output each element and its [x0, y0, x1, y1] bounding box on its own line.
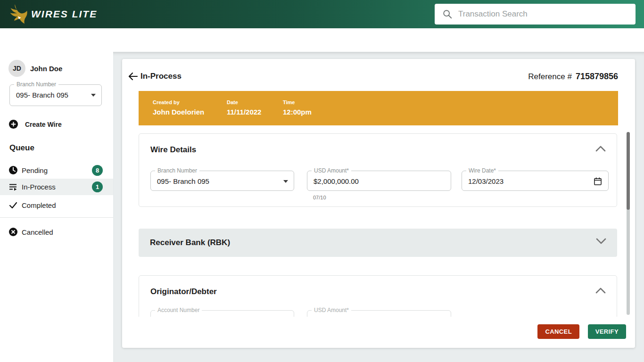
- cancel-button[interactable]: CANCEL: [537, 324, 579, 339]
- user-name: John Doe: [30, 65, 62, 73]
- account-number-label: Account Number: [155, 307, 202, 313]
- date-value: 11/11/2022: [227, 108, 261, 116]
- branch-number-select[interactable]: Branch Number 095- Branch 095: [150, 171, 294, 191]
- originator-section-clip: Originator/Debter Account Number USD Amo…: [139, 275, 617, 317]
- wire-date-field[interactable]: Wire Date* 12/03/2023: [462, 171, 609, 191]
- app-logo: WIRES LITE: [8, 4, 97, 25]
- wire-date-label: Wire Date*: [466, 167, 498, 174]
- sidebar-item-label: In-Process: [22, 183, 56, 191]
- usd-amount-field[interactable]: USD Amount* $2,000,000.00: [307, 171, 451, 191]
- date-label: Date: [227, 99, 238, 105]
- chevron-up-icon[interactable]: [595, 287, 606, 294]
- sidebar-item-label: Cancelled: [22, 228, 53, 236]
- originator-account-number-field[interactable]: Account Number: [150, 310, 294, 317]
- reference-label: Reference #: [528, 72, 572, 81]
- created-info-banner: Created by John Doelorien Date 11/11/202…: [139, 91, 618, 125]
- sidebar-item-label: Completed: [22, 201, 56, 209]
- clock-icon: [8, 165, 18, 175]
- originator-section: Originator/Debter Account Number USD Amo…: [139, 275, 617, 317]
- wire-details-section: Wire Details Branch Number 095- Branch 0…: [139, 133, 617, 207]
- transaction-search[interactable]: [435, 4, 636, 25]
- usd-amount-label: USD Amount*: [312, 167, 351, 174]
- app-title: WIRES LITE: [31, 8, 97, 20]
- sidebar-item-label: Pending: [22, 166, 48, 174]
- playlist-arrow-icon: [8, 182, 18, 192]
- avatar: JD: [8, 60, 25, 77]
- time-label: Time: [283, 99, 295, 105]
- wire-date-value: 12/03/2023: [468, 177, 504, 185]
- chevron-down-icon[interactable]: [595, 238, 607, 245]
- create-wire-button[interactable]: Create Wire: [8, 119, 62, 129]
- caret-down-icon: [283, 180, 288, 183]
- branch-select-label: Branch Number: [14, 81, 58, 88]
- eagle-logo-icon: [8, 4, 28, 25]
- create-wire-label: Create Wire: [25, 121, 62, 128]
- wire-detail-card: In-Process Reference #715879856 Created …: [122, 59, 635, 348]
- wire-details-heading: Wire Details: [150, 145, 196, 155]
- usd-amount-helper: 07/10: [313, 195, 326, 200]
- sidebar-divider: [0, 217, 113, 218]
- queue-heading: Queue: [9, 143, 34, 153]
- branch-number-label: Branch Number: [155, 167, 199, 174]
- receiver-bank-heading: Receiver Bank (RBK): [150, 238, 230, 247]
- user-profile: JD John Doe: [8, 60, 62, 77]
- cancel-circle-icon: [8, 227, 18, 237]
- page-title: In-Process: [140, 72, 182, 81]
- chevron-up-icon[interactable]: [595, 145, 606, 152]
- sidebar: JD John Doe Branch Number 095- Branch 09…: [0, 28, 113, 362]
- originator-usd-amount-label: USD Amount*: [312, 307, 351, 313]
- usd-amount-value: $2,000,000.00: [314, 177, 359, 185]
- scrollbar-thumb[interactable]: [627, 132, 630, 210]
- caret-down-icon: [91, 94, 96, 97]
- calendar-icon[interactable]: [593, 176, 603, 186]
- sidebar-item-in-process[interactable]: In-Process 1: [0, 179, 113, 195]
- search-input[interactable]: [458, 9, 636, 19]
- check-icon: [8, 200, 18, 210]
- verify-button[interactable]: VERIFY: [588, 324, 626, 339]
- created-by-value: John Doelorien: [153, 108, 204, 116]
- created-by-label: Created by: [153, 99, 180, 105]
- originator-heading: Originator/Debter: [150, 287, 217, 296]
- sidebar-item-pending[interactable]: Pending 8: [0, 162, 113, 179]
- branch-select-value: 095- Branch 095: [16, 91, 68, 99]
- in-process-count-badge: 1: [92, 181, 103, 192]
- time-value: 12:00pm: [283, 108, 312, 116]
- app-header: WIRES LITE: [0, 0, 644, 28]
- back-arrow-icon[interactable]: [127, 71, 139, 82]
- receiver-bank-section[interactable]: Receiver Bank (RBK): [139, 229, 617, 257]
- originator-usd-amount-field[interactable]: USD Amount*: [307, 310, 451, 317]
- sidebar-branch-select[interactable]: Branch Number 095- Branch 095: [9, 84, 102, 106]
- reference-number: Reference #715879856: [528, 72, 618, 82]
- scrollbar-track[interactable]: [627, 132, 630, 315]
- reference-value: 715879856: [576, 72, 618, 81]
- pending-count-badge: 8: [92, 165, 103, 176]
- sidebar-item-completed[interactable]: Completed: [0, 197, 113, 214]
- search-icon: [442, 9, 453, 19]
- branch-number-value: 095- Branch 095: [157, 177, 209, 185]
- plus-circle-icon: [8, 119, 18, 129]
- sidebar-item-cancelled[interactable]: Cancelled: [0, 223, 113, 240]
